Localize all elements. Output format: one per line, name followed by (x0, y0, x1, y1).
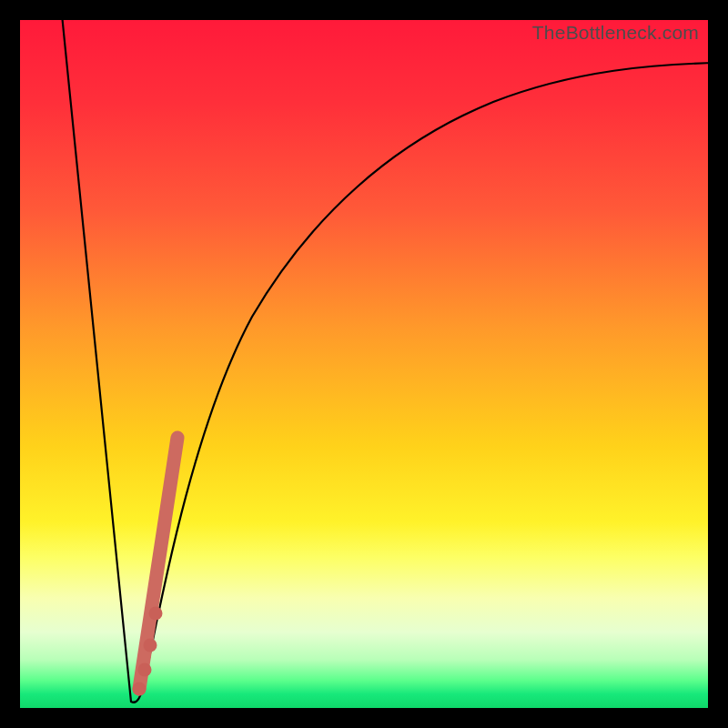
bottleneck-curve (62, 15, 721, 703)
marker-dot-icon (149, 607, 163, 621)
chart-svg (20, 20, 708, 708)
chart-frame: TheBottleneck.com (20, 20, 708, 708)
marker-dot-icon (133, 682, 147, 696)
marker-dot-icon (144, 639, 157, 652)
marker-segment (139, 438, 177, 689)
marker-dot-icon (138, 663, 152, 677)
